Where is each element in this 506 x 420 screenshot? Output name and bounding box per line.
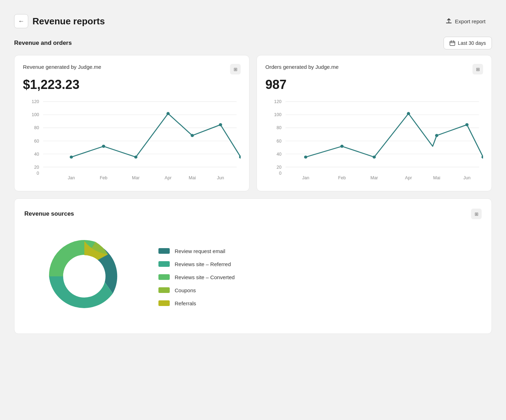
svg-text:100: 100 (274, 113, 282, 118)
revenue-chart: 120 100 80 60 40 20 0 Jan Feb Mar Apr Ma… (23, 98, 241, 182)
date-label: Last 30 days (458, 40, 486, 46)
legend-color-2 (158, 274, 170, 280)
svg-text:Jan: Jan (68, 176, 75, 181)
svg-point-22 (134, 156, 137, 159)
upload-icon (446, 18, 452, 24)
svg-text:80: 80 (34, 126, 39, 131)
svg-text:0: 0 (279, 171, 282, 176)
donut-chart (38, 230, 130, 324)
svg-text:80: 80 (277, 126, 282, 131)
svg-text:Mai: Mai (433, 176, 440, 181)
legend-color-1 (158, 261, 170, 267)
legend-color-4 (158, 300, 170, 306)
sources-card: Revenue sources ⊞ (14, 198, 492, 334)
svg-point-51 (465, 123, 469, 126)
svg-point-24 (191, 134, 194, 137)
back-button[interactable]: ← (14, 14, 28, 28)
svg-point-20 (70, 156, 73, 159)
svg-point-53 (63, 255, 106, 298)
legend-label-0: Review request email (175, 248, 225, 254)
orders-chart: 120 100 80 60 40 20 0 Jan Feb Mar Apr Ma… (265, 98, 483, 182)
svg-point-49 (407, 112, 410, 115)
section-header: Revenue and orders Last 30 days (14, 37, 492, 49)
legend-item-1: Reviews site – Referred (158, 261, 235, 267)
legend-label-2: Reviews site – Converted (175, 274, 235, 280)
svg-point-26 (239, 156, 241, 159)
legend-color-3 (158, 287, 170, 293)
legend-label-1: Reviews site – Referred (175, 261, 231, 267)
svg-point-47 (341, 145, 344, 148)
svg-text:Apr: Apr (165, 176, 172, 181)
svg-point-21 (102, 145, 105, 148)
export-button[interactable]: Export report (439, 14, 492, 28)
sources-header: Revenue sources ⊞ (24, 209, 482, 219)
orders-chart-icon[interactable]: ⊞ (472, 64, 483, 74)
revenue-value: $1,223.23 (23, 77, 241, 92)
svg-text:120: 120 (274, 100, 282, 104)
sources-chart-icon[interactable]: ⊞ (471, 209, 482, 219)
page-header: ← Revenue reports Export report (14, 8, 492, 37)
legend-item-3: Coupons (158, 287, 235, 293)
cards-row: Revenue generated by Judge.me ⊞ $1,223.2… (14, 55, 492, 191)
svg-rect-0 (450, 41, 455, 46)
legend-item-2: Reviews site – Converted (158, 274, 235, 280)
revenue-chart-icon[interactable]: ⊞ (230, 64, 241, 74)
svg-text:Jun: Jun (463, 176, 470, 181)
svg-point-48 (373, 156, 376, 159)
svg-text:Jun: Jun (217, 176, 224, 181)
legend-label-3: Coupons (175, 287, 196, 293)
legend-item-0: Review request email (158, 248, 235, 254)
svg-text:Mai: Mai (189, 176, 196, 181)
date-filter-button[interactable]: Last 30 days (444, 37, 492, 49)
svg-text:100: 100 (32, 113, 39, 118)
svg-text:Mar: Mar (132, 176, 140, 181)
calendar-icon (450, 40, 455, 46)
sources-content: Review request email Reviews site – Refe… (24, 230, 482, 324)
svg-point-46 (304, 156, 307, 159)
legend: Review request email Reviews site – Refe… (158, 248, 235, 306)
svg-text:Feb: Feb (100, 176, 108, 181)
svg-text:120: 120 (32, 100, 39, 104)
section-title: Revenue and orders (14, 40, 72, 47)
svg-text:Apr: Apr (405, 176, 412, 181)
revenue-card: Revenue generated by Judge.me ⊞ $1,223.2… (14, 55, 249, 191)
orders-card-label: Orders generated by Judge.me (265, 64, 339, 70)
svg-text:60: 60 (34, 139, 39, 144)
svg-text:Feb: Feb (338, 176, 346, 181)
export-label: Export report (455, 18, 486, 24)
orders-card: Orders generated by Judge.me ⊞ 987 120 (257, 55, 492, 191)
svg-text:40: 40 (34, 152, 39, 157)
svg-text:Mar: Mar (371, 176, 378, 181)
back-icon: ← (18, 18, 24, 25)
revenue-card-label: Revenue generated by Judge.me (23, 64, 101, 70)
svg-text:40: 40 (277, 152, 282, 157)
svg-text:20: 20 (34, 165, 39, 170)
svg-point-23 (167, 112, 170, 115)
page-title: Revenue reports (32, 16, 105, 27)
svg-point-52 (481, 156, 483, 159)
svg-text:Jan: Jan (302, 176, 309, 181)
orders-value: 987 (265, 77, 483, 92)
svg-text:20: 20 (277, 165, 282, 170)
svg-point-50 (435, 134, 438, 137)
legend-item-4: Referrals (158, 300, 235, 306)
svg-text:60: 60 (277, 139, 282, 144)
svg-text:0: 0 (37, 171, 39, 176)
legend-label-4: Referrals (175, 300, 196, 306)
svg-point-25 (219, 123, 222, 126)
sources-title: Revenue sources (24, 210, 74, 217)
legend-color-0 (158, 248, 170, 254)
